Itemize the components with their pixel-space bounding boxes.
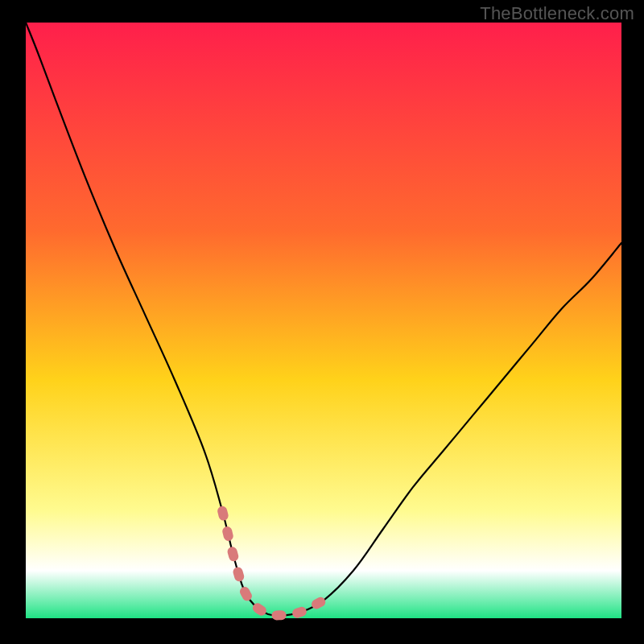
plot-background bbox=[26, 23, 621, 618]
watermark-text: TheBottleneck.com bbox=[480, 3, 634, 24]
chart-root: TheBottleneck.com bbox=[0, 0, 644, 644]
bottleneck-chart bbox=[0, 0, 644, 644]
